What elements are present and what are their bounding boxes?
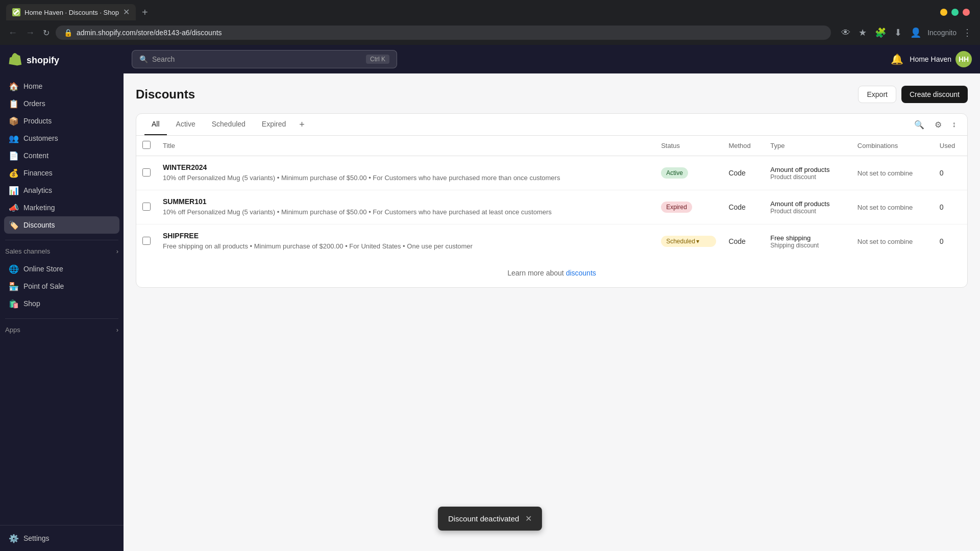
- sidebar-item-online-store-label: Online Store: [23, 265, 63, 273]
- sidebar-item-customers[interactable]: 👥 Customers: [4, 130, 119, 147]
- back-button[interactable]: ←: [6, 26, 19, 40]
- sidebar-item-products-label: Products: [23, 117, 52, 125]
- menu-icon[interactable]: ⋮: [961, 25, 974, 40]
- discount-title-winter2024: WINTER2024: [163, 163, 649, 171]
- incognito-label: Incognito: [927, 29, 957, 37]
- forward-button[interactable]: →: [23, 26, 37, 40]
- create-discount-button[interactable]: Create discount: [901, 86, 968, 103]
- bookmark-icon[interactable]: ★: [856, 25, 869, 40]
- sidebar-item-content[interactable]: 📄 Content: [4, 147, 119, 164]
- add-tab-button[interactable]: +: [295, 115, 309, 134]
- home-icon: 🏠: [9, 82, 18, 91]
- row-checkbox-summer101[interactable]: [142, 203, 151, 211]
- apps-label: Apps: [5, 326, 20, 334]
- search-discounts-icon[interactable]: 🔍: [911, 117, 927, 133]
- search-bar[interactable]: 🔍 Search Ctrl K: [132, 50, 397, 68]
- window-minimize[interactable]: —: [940, 9, 947, 16]
- sidebar-item-online-store[interactable]: 🌐 Online Store: [4, 260, 119, 278]
- sidebar: shopify 🏠 Home 📋 Orders 📦 Products 👥 Cus…: [0, 45, 124, 551]
- table-row[interactable]: WINTER2024 10% off Personalized Mug (5 v…: [136, 156, 967, 190]
- sidebar-divider-1: [5, 240, 118, 240]
- sidebar-item-orders[interactable]: 📋 Orders: [4, 95, 119, 112]
- tabs-actions: 🔍 ⚙ ↕: [911, 117, 959, 133]
- sidebar-divider-2: [5, 318, 118, 319]
- type-primary-summer101: Amount off products: [770, 200, 845, 208]
- tab-all[interactable]: All: [144, 114, 167, 135]
- shopify-wordmark: shopify: [27, 55, 59, 66]
- discount-desc-winter2024: 10% off Personalized Mug (5 variants) • …: [163, 173, 649, 183]
- marketing-icon: 📣: [9, 203, 18, 212]
- sidebar-item-point-of-sale[interactable]: 🏪 Point of Sale: [4, 278, 119, 295]
- learn-more-text: Learn more about: [507, 269, 564, 277]
- status-dropdown-arrow-shipfree[interactable]: ▾: [696, 238, 699, 245]
- col-status: Status: [655, 136, 722, 156]
- sidebar-item-orders-label: Orders: [23, 99, 45, 108]
- new-tab-button[interactable]: +: [138, 5, 152, 20]
- sales-channels-header[interactable]: Sales channels ›: [0, 244, 124, 258]
- sidebar-item-analytics[interactable]: 📊 Analytics: [4, 182, 119, 199]
- row-checkbox-winter2024[interactable]: [142, 168, 151, 177]
- sort-icon[interactable]: ↕: [949, 117, 959, 133]
- sidebar-item-customers-label: Customers: [23, 134, 58, 142]
- tab-close-btn[interactable]: ✕: [123, 8, 130, 16]
- method-cell-summer101: Code: [722, 190, 764, 224]
- tab-expired[interactable]: Expired: [255, 114, 293, 135]
- sidebar-item-marketing-label: Marketing: [23, 204, 55, 212]
- address-bar[interactable]: 🔒 admin.shopify.com/store/de8143-a6/disc…: [56, 26, 831, 40]
- sales-channels-nav: 🌐 Online Store 🏪 Point of Sale 🛍️ Shop: [0, 258, 124, 314]
- status-badge-winter2024: Active: [661, 167, 688, 179]
- row-checkbox-shipfree[interactable]: [142, 237, 151, 245]
- status-label-shipfree: Scheduled: [666, 238, 695, 245]
- sidebar-item-shop[interactable]: 🛍️ Shop: [4, 295, 119, 312]
- col-type: Type: [764, 136, 851, 156]
- sidebar-item-home[interactable]: 🏠 Home: [4, 78, 119, 95]
- method-cell-winter2024: Code: [722, 156, 764, 190]
- type-secondary-winter2024: Product discount: [770, 173, 845, 181]
- status-badge-shipfree[interactable]: Scheduled ▾: [661, 236, 716, 247]
- export-button[interactable]: Export: [858, 86, 896, 103]
- sidebar-item-analytics-label: Analytics: [23, 186, 52, 194]
- sidebar-item-finances[interactable]: 💰 Finances: [4, 164, 119, 182]
- tab-favicon: [12, 8, 20, 16]
- search-placeholder: Search: [152, 55, 175, 63]
- type-primary-shipfree: Free shipping: [770, 234, 845, 242]
- tab-active[interactable]: Active: [169, 114, 203, 135]
- combinations-cell-summer101: Not set to combine: [851, 190, 934, 224]
- analytics-icon: 📊: [9, 186, 18, 195]
- sidebar-item-products[interactable]: 📦 Products: [4, 112, 119, 130]
- sidebar-item-marketing[interactable]: 📣 Marketing: [4, 199, 119, 216]
- profile-icon[interactable]: 👤: [908, 25, 923, 40]
- col-title: Title: [157, 136, 655, 156]
- sidebar-item-home-label: Home: [23, 82, 42, 90]
- sidebar-item-content-label: Content: [23, 152, 48, 160]
- table-row[interactable]: SUMMER101 10% off Personalized Mug (5 va…: [136, 190, 967, 224]
- notification-bell-icon[interactable]: 🔔: [891, 53, 903, 65]
- window-close[interactable]: ✕: [963, 9, 970, 16]
- select-all-checkbox[interactable]: [142, 141, 151, 149]
- store-button[interactable]: Home Haven HH: [910, 51, 972, 67]
- filter-icon[interactable]: ⚙: [932, 117, 945, 133]
- point-of-sale-icon: 🏪: [9, 282, 18, 291]
- toast-message: Discount deactivated: [448, 514, 519, 523]
- toast-close-button[interactable]: ✕: [525, 514, 532, 523]
- apps-header[interactable]: Apps ›: [0, 323, 124, 337]
- window-maximize[interactable]: □: [951, 9, 959, 16]
- type-secondary-shipfree: Shipping discount: [770, 242, 845, 249]
- discount-title-summer101: SUMMER101: [163, 197, 649, 206]
- refresh-button[interactable]: ↻: [41, 26, 52, 40]
- sidebar-logo: shopify: [0, 45, 124, 76]
- tab-scheduled[interactable]: Scheduled: [205, 114, 253, 135]
- discount-title-shipfree: SHIPFREE: [163, 232, 649, 240]
- learn-more-link[interactable]: discounts: [566, 269, 596, 277]
- type-primary-winter2024: Amount off products: [770, 166, 845, 173]
- download-icon[interactable]: ⬇: [892, 25, 904, 40]
- tab-all-label: All: [152, 120, 160, 128]
- eye-off-icon: 👁: [839, 26, 852, 40]
- table-row[interactable]: SHIPFREE Free shipping on all products •…: [136, 224, 967, 259]
- sidebar-item-settings[interactable]: ⚙️ Settings: [4, 530, 119, 547]
- active-tab[interactable]: Home Haven · Discounts · Shop ✕: [6, 4, 136, 20]
- sidebar-item-discounts[interactable]: 🏷️ Discounts: [4, 216, 119, 234]
- tab-scheduled-label: Scheduled: [212, 120, 246, 128]
- sidebar-item-discounts-label: Discounts: [23, 221, 55, 229]
- extension-icon[interactable]: 🧩: [873, 25, 888, 40]
